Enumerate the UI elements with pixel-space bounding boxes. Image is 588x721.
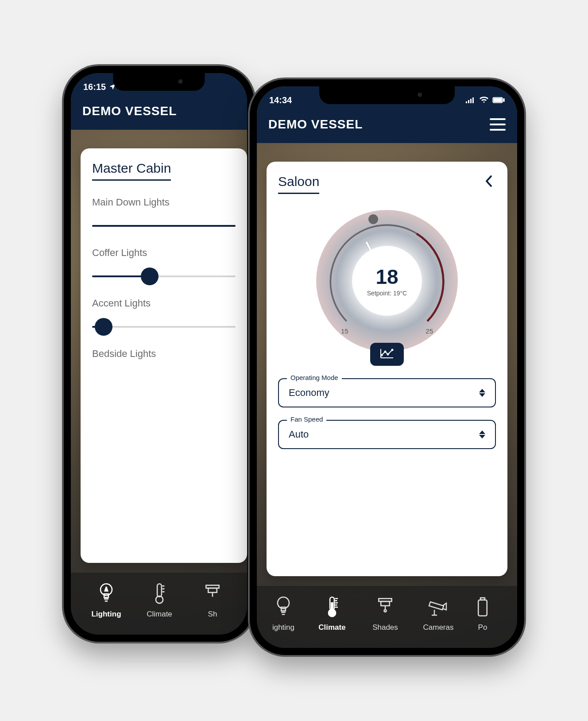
app-title: DEMO VESSEL [82, 104, 177, 118]
battery-icon [492, 97, 505, 103]
tab-bar: Lighting Climate Sh [71, 573, 247, 635]
wifi-icon [479, 97, 489, 104]
tab-climate[interactable]: Climate [306, 586, 359, 648]
slider-label: Bedside Lights [92, 348, 236, 360]
svg-point-20 [387, 354, 389, 355]
status-time: 14:34 [269, 95, 292, 105]
card-title: Master Cabin [92, 161, 171, 181]
bulb-icon [273, 596, 294, 619]
line-chart-icon [380, 348, 394, 359]
tab-label: Shades [372, 623, 398, 632]
battery-icon [472, 596, 493, 619]
tab-climate[interactable]: Climate [133, 573, 186, 635]
slider-coffer-lights: Coffer Lights [92, 247, 236, 277]
tab-power[interactable]: Po [465, 586, 500, 648]
tab-label: ighting [272, 623, 294, 632]
svg-rect-13 [470, 99, 472, 103]
tab-label: Climate [147, 610, 172, 619]
svg-rect-3 [157, 584, 162, 597]
svg-marker-22 [479, 389, 485, 392]
slider-label: Coffer Lights [92, 247, 236, 259]
dial-range-labels: 15 25 [312, 327, 462, 335]
app-title: DEMO VESSEL [268, 117, 363, 132]
select-fan-speed: Fan Speed Auto [278, 420, 496, 449]
device-notch [319, 86, 455, 104]
shade-icon [375, 596, 396, 619]
svg-point-18 [381, 355, 383, 356]
select-dropdown[interactable]: Economy [278, 378, 496, 407]
svg-rect-12 [468, 100, 469, 103]
tab-label: Lighting [91, 610, 121, 619]
select-operating-mode: Operating Mode Economy [278, 378, 496, 407]
tab-shades[interactable]: Shades [359, 586, 412, 648]
menu-button[interactable] [490, 118, 506, 131]
slider-thumb[interactable] [141, 267, 159, 285]
app-header: DEMO VESSEL [71, 94, 247, 130]
slider-label: Main Down Lights [92, 197, 236, 208]
svg-marker-23 [479, 393, 485, 397]
card-lighting: Master Cabin Main Down Lights Coffer Lig… [81, 148, 247, 563]
updown-icon [479, 389, 485, 397]
device-notch [113, 73, 205, 91]
status-time: 16:15 [83, 82, 106, 92]
slider-bedside-lights: Bedside Lights [92, 348, 236, 360]
slider-label: Accent Lights [92, 298, 236, 309]
tab-label: Climate [318, 623, 345, 632]
tab-lighting[interactable]: ighting [261, 586, 306, 648]
cellular-icon [466, 97, 476, 103]
svg-rect-16 [503, 99, 504, 101]
chevron-left-icon [484, 175, 493, 187]
svg-point-40 [384, 610, 387, 612]
camera-icon [428, 596, 449, 619]
svg-rect-38 [381, 601, 390, 606]
svg-marker-24 [479, 430, 485, 434]
thermometer-icon [149, 582, 170, 605]
slider-track[interactable] [92, 275, 236, 277]
thermometer-icon [321, 596, 343, 619]
slider-accent-lights: Accent Lights [92, 298, 236, 328]
slider-main-down-lights: Main Down Lights [92, 197, 236, 227]
setpoint-label: Setpoint: 19°C [367, 290, 407, 297]
shade-icon [202, 582, 223, 605]
range-max: 25 [426, 327, 433, 335]
temperature-dial[interactable]: 18 Setpoint: 19°C 15 25 [312, 205, 462, 356]
updown-icon [479, 430, 485, 438]
select-dropdown[interactable]: Auto [278, 420, 496, 449]
svg-rect-14 [472, 97, 474, 103]
slider-track[interactable] [92, 326, 236, 328]
svg-rect-31 [331, 603, 333, 612]
card-climate: Saloon [267, 162, 507, 576]
tab-cameras[interactable]: Cameras [412, 586, 465, 648]
back-button[interactable] [482, 174, 496, 188]
range-min: 15 [341, 327, 348, 335]
select-label: Fan Speed [287, 415, 326, 423]
current-temperature: 18 [375, 265, 398, 289]
tab-label: Po [478, 623, 487, 632]
tab-shades[interactable]: Sh [186, 573, 239, 635]
slider-track[interactable] [92, 225, 236, 227]
svg-point-21 [392, 349, 393, 351]
bulb-icon [96, 582, 117, 605]
phone-device-left: 16:15 DEMO VESSEL Master Cabin Main Down… [64, 66, 254, 642]
tab-label: Cameras [423, 623, 454, 632]
svg-rect-9 [208, 588, 217, 593]
tab-bar: ighting Climate Shades Cameras Po [257, 586, 517, 648]
dial-thumb[interactable] [368, 214, 378, 224]
card-title: Saloon [278, 174, 319, 194]
svg-rect-44 [480, 598, 485, 600]
tab-label: Sh [208, 610, 217, 619]
tab-lighting[interactable]: Lighting [80, 573, 133, 635]
svg-rect-11 [466, 101, 467, 103]
svg-rect-43 [478, 600, 487, 616]
svg-point-19 [385, 351, 386, 353]
select-label: Operating Mode [287, 374, 342, 381]
app-header: DEMO VESSEL [257, 108, 517, 143]
phone-device-right: 14:34 DEMO VESSEL Saloon [250, 79, 524, 655]
select-value: Economy [289, 387, 329, 399]
svg-rect-17 [494, 98, 502, 102]
svg-marker-25 [479, 435, 485, 438]
select-value: Auto [289, 429, 309, 440]
slider-thumb[interactable] [95, 318, 112, 336]
dial-center: 18 Setpoint: 19°C [354, 248, 420, 314]
chart-button[interactable] [370, 343, 404, 366]
